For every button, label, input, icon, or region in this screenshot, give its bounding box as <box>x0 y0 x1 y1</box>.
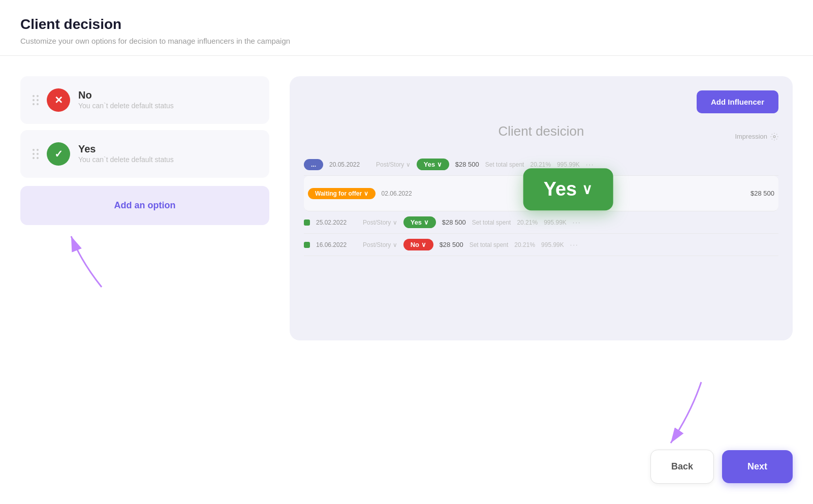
option-no-text: No You can`t delete default status <box>78 89 174 111</box>
drag-handle-yes[interactable] <box>33 149 39 159</box>
row-3-spent: Set total spent <box>472 219 511 226</box>
gear-icon[interactable] <box>770 133 778 141</box>
row-1-dots[interactable]: ··· <box>586 161 595 168</box>
impression-label: Impression <box>735 133 767 140</box>
row-4-date: 16.06.2022 <box>316 241 357 248</box>
badge-no: ✕ <box>47 88 70 112</box>
row-1-left-pill[interactable]: ... <box>304 159 323 170</box>
next-button[interactable]: Next <box>722 450 793 483</box>
option-yes-text: Yes You can`t delete default status <box>78 143 174 165</box>
preview-inner: Add Influencer Client desicion Impressio… <box>290 76 793 270</box>
next-arrow-svg <box>610 372 711 453</box>
row-4-pct: 20.21% <box>514 241 535 248</box>
option-no-label: No <box>78 89 92 101</box>
row-1-status[interactable]: Yes ∨ <box>417 159 449 170</box>
add-influencer-button[interactable]: Add Influencer <box>697 90 778 113</box>
table-row-3: 25.02.2022 Post/Story ∨ Yes ∨ $28 500 Se… <box>304 211 778 234</box>
row-1-reach: 995.99K <box>557 161 580 168</box>
badge-no-icon: ✕ <box>54 94 63 106</box>
preview-title-row: Client desicion Impression <box>304 123 778 149</box>
row-4-left-indicator <box>304 242 310 248</box>
row-2-left-pill[interactable]: Waiting for offer ∨ <box>308 188 376 199</box>
row-3-reach: 995.99K <box>544 219 567 226</box>
option-yes-desc: You can`t delete default status <box>78 155 174 165</box>
row-1-amount: $28 500 <box>455 161 479 168</box>
yes-popup-chevron: ∨ <box>582 181 592 198</box>
svg-point-1 <box>773 136 775 138</box>
right-panel-preview: Add Influencer Client desicion Impressio… <box>290 76 793 340</box>
badge-yes: ✓ <box>47 142 70 166</box>
row-3-date: 25.02.2022 <box>316 219 357 226</box>
badge-yes-icon: ✓ <box>54 148 63 160</box>
left-panel: ✕ No You can`t delete default status ✓ Y… <box>20 76 269 292</box>
arrow-annotation <box>20 231 269 292</box>
add-option-button[interactable]: Add an option <box>20 186 269 225</box>
main-content: ✕ No You can`t delete default status ✓ Y… <box>0 56 813 361</box>
option-card-no: ✕ No You can`t delete default status <box>20 76 269 124</box>
option-no-desc: You can`t delete default status <box>78 101 174 111</box>
row-3-left-indicator <box>304 219 310 226</box>
table-row-highlighted: Waiting for offer ∨ 02.06.2022 $28 500 Y… <box>304 176 778 211</box>
row-3-amount: $28 500 <box>442 218 466 226</box>
drag-handle-no[interactable] <box>33 95 39 105</box>
option-yes-label: Yes <box>78 143 96 154</box>
table-row-4: 16.06.2022 Post/Story ∨ No ∨ $28 500 Set… <box>304 234 778 256</box>
preview-title: Client desicion <box>498 123 584 139</box>
page-subtitle: Customize your own options for decision … <box>20 37 793 45</box>
row-4-status[interactable]: No ∨ <box>403 239 433 250</box>
row-4-type: Post/Story ∨ <box>363 241 397 248</box>
bottom-bar: Back Next <box>650 450 793 484</box>
row-1-pct: 20.21% <box>530 161 551 168</box>
row-1-spent: Set total spent <box>485 161 524 168</box>
row-4-amount: $28 500 <box>440 241 463 248</box>
page-header: Client decision Customize your own optio… <box>0 0 813 56</box>
yes-popup[interactable]: Yes ∨ <box>523 168 613 210</box>
row-2-amount: $28 500 <box>751 190 774 197</box>
option-card-yes: ✓ Yes You can`t delete default status <box>20 130 269 178</box>
row-1-date: 20.05.2022 <box>329 161 370 168</box>
row-2-date: 02.06.2022 <box>382 190 422 197</box>
row-3-status[interactable]: Yes ∨ <box>403 216 436 228</box>
back-button[interactable]: Back <box>650 450 714 484</box>
row-4-reach: 995.99K <box>541 241 564 248</box>
preview-table: ... 20.05.2022 Post/Story ∨ Yes ∨ $28 50… <box>304 153 778 256</box>
page-title: Client decision <box>20 16 793 33</box>
row-4-dots[interactable]: ··· <box>570 241 579 248</box>
row-3-pct: 20.21% <box>517 219 538 226</box>
row-3-type: Post/Story ∨ <box>363 219 397 226</box>
preview-header: Add Influencer <box>304 90 778 113</box>
row-1-type: Post/Story ∨ <box>376 161 411 168</box>
row-4-spent: Set total spent <box>470 241 509 248</box>
yes-popup-text: Yes <box>544 178 577 200</box>
arrow-svg <box>61 231 142 292</box>
row-3-dots[interactable]: ··· <box>573 218 581 226</box>
